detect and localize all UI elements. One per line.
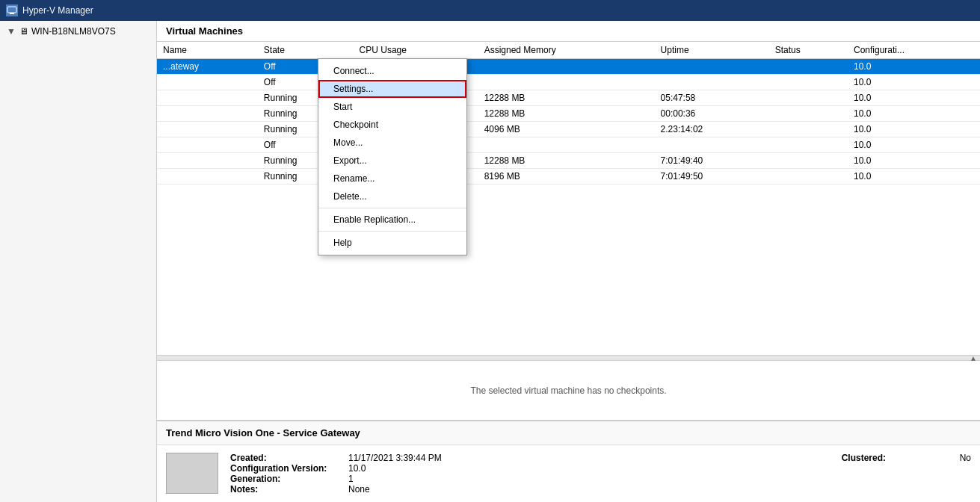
cell-6-6: 10.0 [848,153,980,169]
context-menu-item-1[interactable]: Settings... [318,80,466,98]
cell-2-6: 10.0 [848,90,980,106]
notes-label: Notes: [230,484,342,495]
cell-4-0 [157,122,258,137]
cell-4-4: 2.23:14:02 [655,122,769,137]
vm-table: Name State CPU Usage Assigned Memory Upt… [157,42,980,185]
col-header-uptime[interactable]: Uptime [655,42,769,59]
col-header-status[interactable]: Status [769,42,848,59]
table-row[interactable]: Running6%12288 MB00:00:3610.0 [157,106,980,122]
col-header-state[interactable]: State [258,42,354,59]
table-row[interactable]: Running1%12288 MB7:01:49:4010.0 [157,153,980,169]
detail-section: Trend Micro Vision One - Service Gateway… [157,421,980,502]
context-menu-item-0[interactable]: Connect... [318,62,466,80]
cell-6-0 [157,153,258,169]
cell-3-4: 00:00:36 [655,106,769,122]
col-header-cpu[interactable]: CPU Usage [354,42,478,59]
cell-5-4 [655,137,769,153]
context-menu-item-7[interactable]: Delete... [318,188,466,205]
context-menu-item-4[interactable]: Move... [318,134,466,152]
context-menu-separator [318,231,466,232]
svg-rect-1 [10,13,14,14]
cell-0-3 [478,59,655,75]
clustered-label: Clustered: [842,453,954,495]
cell-3-6: 10.0 [848,106,980,122]
context-menu-item-5[interactable]: Export... [318,152,466,170]
cell-6-4: 7:01:49:40 [655,153,769,169]
cell-3-3: 12288 MB [478,106,655,122]
expand-icon: ▼ [6,26,16,37]
cell-4-3: 4096 MB [478,122,655,137]
app-icon [6,4,18,16]
cell-0-0: ...ateway [157,59,258,75]
detail-top-row: Created: 11/17/2021 3:39:44 PM Configura… [230,453,971,495]
cell-2-5 [769,90,848,106]
vm-thumbnail [166,453,218,494]
vm-table-wrapper[interactable]: Name State CPU Usage Assigned Memory Upt… [157,42,980,185]
app-title: Hyper-V Manager [22,5,93,16]
table-header-row: Name State CPU Usage Assigned Memory Upt… [157,42,980,59]
cell-5-6: 10.0 [848,137,980,153]
sidebar-server-label: WIN-B18NLM8VO7S [31,26,116,37]
cell-3-0 [157,106,258,122]
detail-row-generation: Generation: 1 [230,474,842,484]
detail-row-config: Configuration Version: 10.0 [230,463,842,474]
context-menu-item-9[interactable]: Help [318,234,466,252]
cell-0-6: 10.0 [848,59,980,75]
context-menu-item-3[interactable]: Checkpoint [318,116,466,134]
col-header-memory[interactable]: Assigned Memory [478,42,655,59]
cell-7-6: 10.0 [848,169,980,185]
detail-clustered: Clustered: No [842,453,971,495]
context-menu-separator [318,208,466,208]
detail-title: Trend Micro Vision One - Service Gateway [166,427,360,439]
detail-header: Trend Micro Vision One - Service Gateway [157,421,980,445]
cell-7-0 [157,169,258,185]
vm-section: Virtual Machines Name State CPU Usage As… [157,21,980,355]
table-row[interactable]: ...atewayOff10.0 [157,59,980,75]
generation-value: 1 [348,474,354,484]
cell-0-5 [769,59,848,75]
context-menu-item-8[interactable]: Enable Replication... [318,211,466,229]
cell-1-6: 10.0 [848,75,980,90]
cell-7-4: 7:01:49:50 [655,169,769,185]
detail-body: Created: 11/17/2021 3:39:44 PM Configura… [157,445,980,502]
cell-6-5 [769,153,848,169]
table-row[interactable]: Off10.0 [157,137,980,153]
cell-5-0 [157,137,258,153]
config-value: 10.0 [348,463,366,474]
cell-7-5 [769,169,848,185]
sidebar: ▼ 🖥 WIN-B18NLM8VO7S [0,21,157,502]
cell-4-6: 10.0 [848,122,980,137]
table-row[interactable]: Off10.0 [157,75,980,90]
context-menu-item-2[interactable]: Start [318,98,466,116]
cell-2-4: 05:47:58 [655,90,769,106]
svg-rect-0 [7,7,16,13]
generation-label: Generation: [230,474,342,484]
cell-1-4 [655,75,769,90]
splitter[interactable]: ▲ [157,355,980,361]
table-row[interactable]: Running0%12288 MB05:47:5810.0 [157,90,980,106]
detail-info: Created: 11/17/2021 3:39:44 PM Configura… [230,453,971,495]
col-header-config[interactable]: Configurati... [848,42,980,59]
created-value: 11/17/2021 3:39:44 PM [348,453,442,463]
checkpoints-section: The selected virtual machine has no chec… [157,361,980,421]
detail-row-notes: Notes: None [230,484,842,495]
cell-3-5 [769,106,848,122]
cell-7-3: 8196 MB [478,169,655,185]
cell-2-3: 12288 MB [478,90,655,106]
cell-0-4 [655,59,769,75]
cell-2-0 [157,90,258,106]
cell-4-5 [769,122,848,137]
cell-6-3: 12288 MB [478,153,655,169]
col-header-name[interactable]: Name [157,42,258,59]
vm-section-header: Virtual Machines [157,21,980,42]
table-row[interactable]: Running0%4096 MB2.23:14:0210.0 [157,122,980,137]
context-menu-item-6[interactable]: Rename... [318,170,466,188]
checkpoints-message: The selected virtual machine has no chec… [470,385,666,396]
content-area: Virtual Machines Name State CPU Usage As… [157,21,980,502]
sidebar-item-server[interactable]: ▼ 🖥 WIN-B18NLM8VO7S [0,24,156,39]
created-label: Created: [230,453,342,463]
notes-value: None [348,484,370,495]
context-menu: Connect...Settings...StartCheckpointMove… [318,58,467,255]
table-row[interactable]: Running0%8196 MB7:01:49:5010.0 [157,169,980,185]
cell-1-3 [478,75,655,90]
